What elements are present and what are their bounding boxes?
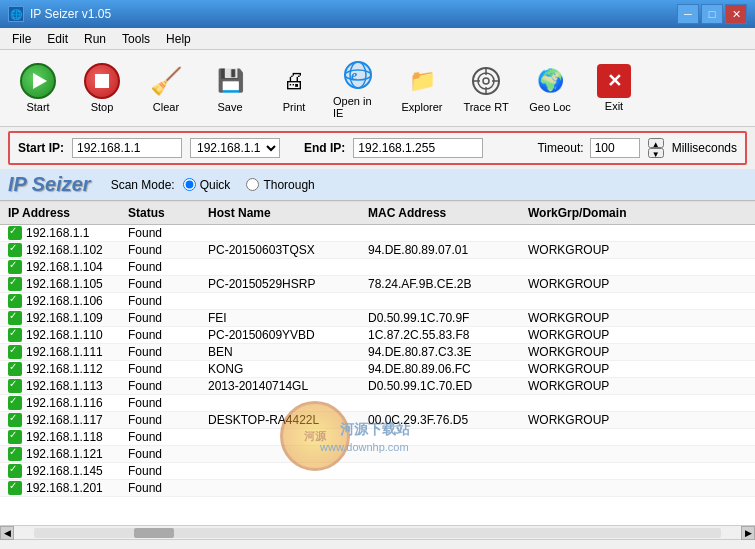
trace-icon bbox=[468, 63, 504, 99]
open-ie-button[interactable]: e Open in IE bbox=[328, 54, 388, 122]
menu-help[interactable]: Help bbox=[158, 30, 199, 48]
table-row[interactable]: 192.168.1.201 Found bbox=[0, 480, 755, 497]
timeout-down-btn[interactable]: ▼ bbox=[648, 148, 664, 158]
explorer-label: Explorer bbox=[402, 101, 443, 113]
table-row[interactable]: 192.168.1.118 Found bbox=[0, 429, 755, 446]
ip-value: 192.168.1.1 bbox=[26, 226, 89, 240]
stop-button[interactable]: Stop bbox=[72, 60, 132, 116]
menu-file[interactable]: File bbox=[4, 30, 39, 48]
print-icon: 🖨 bbox=[276, 63, 312, 99]
status-value: Found bbox=[128, 260, 208, 274]
table-header: IP Address Status Host Name MAC Address … bbox=[0, 201, 755, 225]
scroll-right-btn[interactable]: ▶ bbox=[741, 526, 755, 540]
menu-tools[interactable]: Tools bbox=[114, 30, 158, 48]
menu-edit[interactable]: Edit bbox=[39, 30, 76, 48]
start-ip-dropdown[interactable]: 192.168.1.1 bbox=[190, 138, 280, 158]
status-check-icon bbox=[8, 328, 22, 342]
close-button[interactable]: ✕ bbox=[725, 4, 747, 24]
explorer-icon: 📁 bbox=[404, 63, 440, 99]
table-row[interactable]: 192.168.1.109 Found FEI D0.50.99.1C.70.9… bbox=[0, 310, 755, 327]
status-value: Found bbox=[128, 447, 208, 461]
exit-label: Exit bbox=[605, 100, 623, 112]
status-value: Found bbox=[128, 328, 208, 342]
table-row[interactable]: 192.168.1.113 Found 2013-20140714GL D0.5… bbox=[0, 378, 755, 395]
status-check-icon bbox=[8, 396, 22, 410]
status-value: Found bbox=[128, 379, 208, 393]
trace-rt-label: Trace RT bbox=[463, 101, 508, 113]
quick-mode-option[interactable]: Quick bbox=[183, 178, 231, 192]
col-status: Status bbox=[128, 205, 208, 221]
clear-button[interactable]: 🧹 Clear bbox=[136, 60, 196, 116]
ie-icon: e bbox=[340, 57, 376, 93]
trace-rt-button[interactable]: Trace RT bbox=[456, 60, 516, 116]
table-row[interactable]: 192.168.1.106 Found bbox=[0, 293, 755, 310]
quick-radio[interactable] bbox=[183, 178, 196, 191]
ip-cell: 192.168.1.116 bbox=[8, 396, 128, 410]
scan-mode-options: Quick Thorough bbox=[183, 178, 315, 192]
ip-value: 192.168.1.104 bbox=[26, 260, 103, 274]
start-button[interactable]: Start bbox=[8, 60, 68, 116]
main-content: Start IP: 192.168.1.1 End IP: Timeout: ▲… bbox=[0, 131, 755, 549]
ip-cell: 192.168.1.110 bbox=[8, 328, 128, 342]
table-row[interactable]: 192.168.1.117 Found DESKTOP-RA4422L 00.0… bbox=[0, 412, 755, 429]
ip-cell: 192.168.1.106 bbox=[8, 294, 128, 308]
scroll-left-btn[interactable]: ◀ bbox=[0, 526, 14, 540]
minimize-button[interactable]: ─ bbox=[677, 4, 699, 24]
status-value: Found bbox=[128, 464, 208, 478]
status-value: Found bbox=[128, 243, 208, 257]
col-hostname: Host Name bbox=[208, 205, 368, 221]
scan-mode-label: Scan Mode: bbox=[111, 178, 175, 192]
hostname-value: PC-20150529HSRP bbox=[208, 277, 368, 291]
ip-cell: 192.168.1.117 bbox=[8, 413, 128, 427]
ip-cell: 192.168.1.112 bbox=[8, 362, 128, 376]
table-row[interactable]: 192.168.1.105 Found PC-20150529HSRP 78.2… bbox=[0, 276, 755, 293]
table-row[interactable]: 192.168.1.116 Found bbox=[0, 395, 755, 412]
quick-mode-label: Quick bbox=[200, 178, 231, 192]
app-logo: IP Seizer bbox=[8, 173, 91, 196]
status-check-icon bbox=[8, 362, 22, 376]
mac-value: 1C.87.2C.55.83.F8 bbox=[368, 328, 528, 342]
mac-value: 94.DE.80.89.07.01 bbox=[368, 243, 528, 257]
save-icon: 💾 bbox=[212, 63, 248, 99]
status-check-icon bbox=[8, 430, 22, 444]
timeout-input[interactable] bbox=[590, 138, 640, 158]
timeout-unit-label: Milliseconds bbox=[672, 141, 737, 155]
mac-value: 78.24.AF.9B.CE.2B bbox=[368, 277, 528, 291]
workgroup-value: WORKGROUP bbox=[528, 413, 688, 427]
menu-run[interactable]: Run bbox=[76, 30, 114, 48]
status-value: Found bbox=[128, 345, 208, 359]
save-button[interactable]: 💾 Save bbox=[200, 60, 260, 116]
thorough-mode-option[interactable]: Thorough bbox=[246, 178, 314, 192]
ip-value: 192.168.1.117 bbox=[26, 413, 103, 427]
geo-loc-button[interactable]: 🌍 Geo Loc bbox=[520, 60, 580, 116]
status-check-icon bbox=[8, 311, 22, 325]
table-row[interactable]: 192.168.1.112 Found KONG 94.DE.80.89.06.… bbox=[0, 361, 755, 378]
table-body: 192.168.1.1 Found 192.168.1.102 Found PC… bbox=[0, 225, 755, 525]
table-row[interactable]: 192.168.1.110 Found PC-20150609YVBD 1C.8… bbox=[0, 327, 755, 344]
exit-button[interactable]: ✕ Exit bbox=[584, 61, 644, 115]
table-row[interactable]: 192.168.1.104 Found bbox=[0, 259, 755, 276]
thorough-radio[interactable] bbox=[246, 178, 259, 191]
ip-value: 192.168.1.113 bbox=[26, 379, 103, 393]
table-row[interactable]: 192.168.1.145 Found bbox=[0, 463, 755, 480]
start-ip-input[interactable] bbox=[72, 138, 182, 158]
table-row[interactable]: 192.168.1.102 Found PC-20150603TQSX 94.D… bbox=[0, 242, 755, 259]
table-row[interactable]: 192.168.1.111 Found BEN 94.DE.80.87.C3.3… bbox=[0, 344, 755, 361]
table-row[interactable]: 192.168.1.1 Found bbox=[0, 225, 755, 242]
ip-value: 192.168.1.201 bbox=[26, 481, 103, 495]
horizontal-scrollbar[interactable]: ◀ ▶ bbox=[0, 525, 755, 539]
timeout-up-btn[interactable]: ▲ bbox=[648, 138, 664, 148]
print-button[interactable]: 🖨 Print bbox=[264, 60, 324, 116]
end-ip-input[interactable] bbox=[353, 138, 483, 158]
toolbar: Start Stop 🧹 Clear 💾 Save 🖨 Print e Open… bbox=[0, 50, 755, 127]
explorer-button[interactable]: 📁 Explorer bbox=[392, 60, 452, 116]
maximize-button[interactable]: □ bbox=[701, 4, 723, 24]
status-check-icon bbox=[8, 413, 22, 427]
workgroup-value: WORKGROUP bbox=[528, 345, 688, 359]
table-row[interactable]: 192.168.1.121 Found bbox=[0, 446, 755, 463]
status-value: Found bbox=[128, 396, 208, 410]
workgroup-value: WORKGROUP bbox=[528, 277, 688, 291]
ip-value: 192.168.1.112 bbox=[26, 362, 103, 376]
scrollbar-thumb[interactable] bbox=[134, 528, 174, 538]
col-workgroup: WorkGrp/Domain bbox=[528, 205, 688, 221]
